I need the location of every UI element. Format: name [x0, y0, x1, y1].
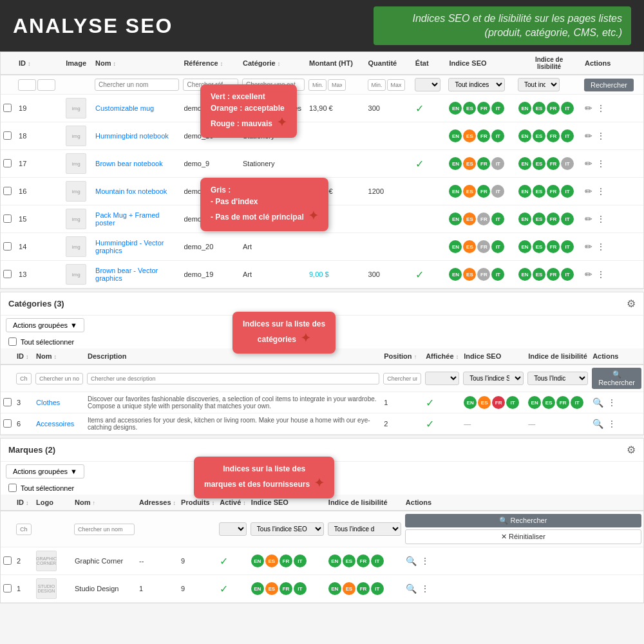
mar-filter-seo-select[interactable]: Tous l'indice SEO — [251, 522, 324, 536]
product-link[interactable]: Brown bear - Vector graphics — [95, 267, 158, 282]
row-checkbox[interactable] — [3, 159, 12, 167]
zoom-icon[interactable]: 🔍 — [592, 397, 603, 408]
filter-qty-max[interactable] — [387, 79, 405, 91]
cat-th-pos: Position ↑ — [381, 348, 423, 365]
categories-actions-button[interactable]: Actions groupées ▼ — [6, 318, 84, 332]
lang-badge: ES — [533, 129, 545, 142]
lang-badge: ES — [542, 396, 555, 409]
categories-select-all-checkbox[interactable] — [8, 337, 17, 346]
more-icon3[interactable]: ⋮ — [421, 556, 430, 566]
lang-badge: ES — [463, 157, 476, 170]
filter-seo-select[interactable]: Tout indices SEO — [448, 78, 505, 91]
row-checkbox[interactable] — [3, 131, 12, 140]
row-cb — [1, 233, 16, 261]
row-checkbox[interactable] — [3, 270, 12, 278]
row-checkbox[interactable] — [3, 187, 12, 195]
product-link[interactable]: Pack Mug + Framed poster — [95, 211, 159, 227]
filter-qty-min[interactable] — [368, 79, 386, 91]
cat-link[interactable]: Clothes — [36, 399, 60, 406]
mar-filter-active-select[interactable] — [219, 522, 247, 536]
mar-filter-lis-select[interactable]: Tous l'indice d — [328, 522, 401, 536]
cat-filter-pos-input[interactable] — [383, 373, 421, 384]
mar-row-lis: ENESFRIT — [326, 575, 403, 603]
filter-montant-min[interactable] — [308, 79, 327, 91]
cat-filter-desc-input[interactable] — [87, 373, 379, 384]
zoom-icon2[interactable]: 🔍 — [406, 556, 417, 566]
marques-actions-button[interactable]: Actions groupées ▼ — [6, 464, 84, 478]
marques-search-button[interactable]: 🔍 Rechercher — [405, 514, 641, 527]
row-montant: 9,00 $ — [307, 261, 366, 289]
more-icon[interactable]: ⋮ — [596, 242, 605, 252]
cat-filter-nom-input[interactable] — [35, 373, 83, 384]
product-thumb: img — [66, 126, 86, 146]
cat-filter-affichee-select[interactable] — [425, 372, 459, 385]
edit-icon[interactable]: ✏ — [585, 131, 592, 141]
filter-image — [63, 75, 93, 95]
edit-icon[interactable]: ✏ — [585, 269, 592, 279]
filter-nom-input[interactable] — [95, 79, 179, 91]
mar-filter-nom-input[interactable] — [74, 524, 135, 535]
categories-tbody: 3 Clothes Discover our favorites fashion… — [1, 392, 643, 435]
product-link[interactable]: Customizable mug — [95, 104, 154, 112]
tooltip-gris: Gris : - Pas d'index - Pas de mot clé pr… — [200, 178, 328, 231]
cat-row-lis: ENESFRIT — [526, 392, 590, 413]
products-search-button[interactable]: Rechercher — [584, 79, 634, 91]
more-icon[interactable]: ⋮ — [596, 186, 605, 196]
mar-th-id: ID ↕ — [14, 495, 33, 511]
filter-montant-max[interactable] — [328, 79, 346, 91]
cat-filter-id-input[interactable] — [16, 373, 32, 384]
edit-icon[interactable]: ✏ — [585, 214, 592, 224]
row-actions: ✏ ⋮ — [582, 122, 643, 150]
cat-link[interactable]: Accessoires — [36, 420, 74, 428]
mar-row-checkbox[interactable] — [3, 584, 12, 592]
filter-id-min[interactable]: Min. — [18, 79, 36, 91]
more-icon2[interactable]: ⋮ — [607, 397, 616, 408]
filter-lis-select[interactable]: Tout indic — [518, 78, 560, 91]
more-icon[interactable]: ⋮ — [596, 158, 605, 169]
row-checkbox[interactable] — [3, 214, 12, 223]
lang-badge: EN — [328, 554, 341, 567]
product-link[interactable]: Mountain fox notebook — [95, 187, 167, 195]
cat-row-seo: ENESFRIT — [461, 392, 526, 413]
more-icon[interactable]: ⋮ — [596, 269, 605, 279]
page-subtitle: Indices SEO et de lisibilité sur les pag… — [374, 6, 631, 46]
filter-etat-select[interactable] — [415, 78, 440, 91]
cat-row-checkbox[interactable] — [3, 398, 12, 406]
more-icon[interactable]: ⋮ — [596, 214, 605, 224]
row-checkbox[interactable] — [3, 104, 12, 112]
edit-icon[interactable]: ✏ — [585, 103, 592, 113]
categories-search-button[interactable]: 🔍 Rechercher — [592, 368, 641, 389]
marques-select-all-checkbox[interactable] — [8, 484, 17, 492]
edit-icon[interactable]: ✏ — [585, 158, 592, 169]
lang-badge: EN — [251, 554, 264, 567]
page-header: ANALYSE SEO Indices SEO et de lisibilité… — [0, 0, 644, 52]
row-checkbox[interactable] — [3, 242, 12, 251]
product-link[interactable]: Brown bear notebook — [95, 160, 163, 167]
more-icon3[interactable]: ⋮ — [421, 583, 430, 594]
edit-icon[interactable]: ✏ — [585, 186, 592, 196]
cat-filter-seo-select[interactable]: Tous l'indice SEO — [463, 372, 524, 385]
zoom-icon2[interactable]: 🔍 — [406, 583, 417, 594]
table-header-row: ID ↕ Image Nom ↕ Référence ↕ Catégorie ↕… — [1, 52, 643, 75]
more-icon[interactable]: ⋮ — [596, 131, 605, 141]
cat-filter-desc — [85, 365, 381, 392]
cat-row-checkbox[interactable] — [3, 419, 12, 428]
edit-icon[interactable]: ✏ — [585, 242, 592, 252]
more-icon[interactable]: ⋮ — [596, 103, 605, 113]
row-indice-seo: ENESFRIT — [446, 233, 516, 261]
product-link[interactable]: Hummingbird - Vector graphics — [95, 239, 164, 254]
lang-badge: IT — [561, 240, 574, 253]
marques-reset-button[interactable]: ✕ Réinitialiser — [405, 529, 641, 544]
th-nom: Nom ↕ — [93, 52, 181, 75]
more-icon2[interactable]: ⋮ — [607, 419, 616, 429]
cat-filter-lis-select[interactable]: Tous l'Indic — [527, 372, 588, 385]
product-link[interactable]: Hummingbird notebook — [95, 132, 169, 140]
marques-section: Indices sur la liste des marques et des … — [0, 438, 644, 603]
filter-id-max[interactable]: Max. — [37, 79, 55, 91]
zoom-icon[interactable]: 🔍 — [592, 419, 603, 429]
row-cb — [1, 205, 16, 233]
mar-row-checkbox[interactable] — [3, 556, 12, 565]
mar-filter-id-input[interactable] — [16, 524, 32, 535]
categories-gear-icon[interactable]: ⚙ — [627, 298, 636, 310]
marques-gear-icon[interactable]: ⚙ — [627, 444, 636, 456]
